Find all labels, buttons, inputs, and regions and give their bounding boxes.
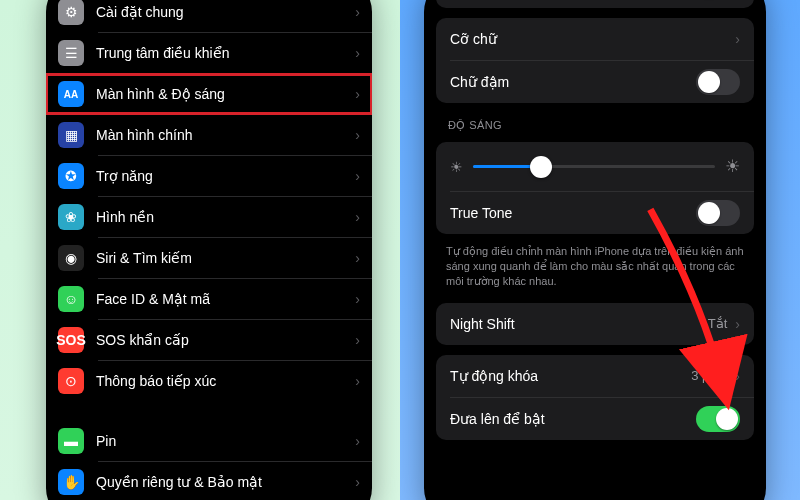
chevron-right-icon: ›: [355, 250, 360, 266]
settings-row-control[interactable]: ☰Trung tâm điều khiển›: [46, 33, 372, 73]
chevron-right-icon: ›: [355, 127, 360, 143]
auto-lock-row[interactable]: Tự động khóa 3 phút ›: [436, 355, 754, 397]
auto-lock-label: Tự động khóa: [450, 368, 691, 384]
left-phone-frame: ⚙Cài đặt chung›☰Trung tâm điều khiển›AAM…: [46, 0, 372, 500]
settings-row-sos[interactable]: SOSSOS khẩn cấp›: [46, 320, 372, 360]
acc-icon: ✪: [58, 163, 84, 189]
row-label: Siri & Tìm kiếm: [96, 250, 347, 266]
bold-text-toggle[interactable]: [696, 69, 740, 95]
settings-row-wall[interactable]: ❀Hình nền›: [46, 197, 372, 237]
sun-small-icon: ☀︎: [450, 159, 463, 175]
chevron-right-icon: ›: [355, 209, 360, 225]
chevron-right-icon: ›: [355, 332, 360, 348]
text-size-row[interactable]: Cỡ chữ ›: [436, 18, 754, 60]
text-size-label: Cỡ chữ: [450, 31, 727, 47]
control-icon: ☰: [58, 40, 84, 66]
wall-icon: ❀: [58, 204, 84, 230]
true-tone-row[interactable]: True Tone: [436, 192, 754, 234]
chevron-right-icon: ›: [355, 168, 360, 184]
siri-icon: ◉: [58, 245, 84, 271]
row-label: Thông báo tiếp xúc: [96, 373, 347, 389]
exp-icon: ⊙: [58, 368, 84, 394]
auto-appearance-row-partial[interactable]: Tự động: [436, 0, 754, 8]
chevron-right-icon: ›: [355, 4, 360, 20]
settings-row-batt[interactable]: ▬Pin›: [46, 421, 372, 461]
settings-row-gear[interactable]: ⚙Cài đặt chung›: [46, 0, 372, 32]
chevron-right-icon: ›: [355, 291, 360, 307]
priv-icon: ✋: [58, 469, 84, 495]
chevron-right-icon: ›: [355, 474, 360, 490]
true-tone-toggle[interactable]: [696, 200, 740, 226]
raise-to-wake-toggle[interactable]: [696, 406, 740, 432]
settings-row-face[interactable]: ☺Face ID & Mật mã›: [46, 279, 372, 319]
night-shift-label: Night Shift: [450, 316, 708, 332]
brightness-slider-row[interactable]: ☀︎ ☀︎: [436, 142, 754, 191]
display-icon: AA: [58, 81, 84, 107]
row-label: Cài đặt chung: [96, 4, 347, 20]
chevron-right-icon: ›: [735, 316, 740, 332]
settings-row-display[interactable]: AAMàn hình & Độ sáng›: [46, 74, 372, 114]
row-label: SOS khẩn cấp: [96, 332, 347, 348]
sos-icon: SOS: [58, 327, 84, 353]
row-label: Màn hình & Độ sáng: [96, 86, 347, 102]
settings-row-exp[interactable]: ⊙Thông báo tiếp xúc›: [46, 361, 372, 401]
batt-icon: ▬: [58, 428, 84, 454]
chevron-right-icon: ›: [355, 433, 360, 449]
row-label: Màn hình chính: [96, 127, 347, 143]
raise-to-wake-label: Đưa lên để bật: [450, 411, 696, 427]
row-label: Quyền riêng tư & Bảo mật: [96, 474, 347, 490]
night-shift-value: Tắt: [708, 316, 728, 331]
settings-row-home[interactable]: ▦Màn hình chính›: [46, 115, 372, 155]
home-icon: ▦: [58, 122, 84, 148]
chevron-right-icon: ›: [735, 368, 740, 384]
row-label: Hình nền: [96, 209, 347, 225]
sun-large-icon: ☀︎: [725, 156, 740, 177]
right-phone-frame: Tự động Cỡ chữ › Chữ đậm ĐỘ SÁNG ☀︎: [424, 0, 766, 500]
settings-row-acc[interactable]: ✪Trợ năng›: [46, 156, 372, 196]
raise-to-wake-row[interactable]: Đưa lên để bật: [436, 398, 754, 440]
true-tone-footnote: Tự động điều chỉnh màn hình iPhone dựa t…: [446, 244, 744, 289]
row-label: Pin: [96, 433, 347, 449]
chevron-right-icon: ›: [355, 373, 360, 389]
chevron-right-icon: ›: [735, 31, 740, 47]
chevron-right-icon: ›: [355, 86, 360, 102]
auto-lock-value: 3 phút: [691, 368, 727, 383]
settings-row-priv[interactable]: ✋Quyền riêng tư & Bảo mật›: [46, 462, 372, 500]
night-shift-row[interactable]: Night Shift Tắt ›: [436, 303, 754, 345]
true-tone-label: True Tone: [450, 205, 696, 221]
row-label: Trợ năng: [96, 168, 347, 184]
brightness-slider[interactable]: [473, 165, 715, 168]
chevron-right-icon: ›: [355, 45, 360, 61]
brightness-section-header: ĐỘ SÁNG: [448, 119, 742, 132]
bold-text-row[interactable]: Chữ đậm: [436, 61, 754, 103]
row-label: Trung tâm điều khiển: [96, 45, 347, 61]
gear-icon: ⚙: [58, 0, 84, 25]
settings-row-siri[interactable]: ◉Siri & Tìm kiếm›: [46, 238, 372, 278]
bold-text-label: Chữ đậm: [450, 74, 696, 90]
settings-list: ⚙Cài đặt chung›☰Trung tâm điều khiển›AAM…: [46, 0, 372, 500]
face-icon: ☺: [58, 286, 84, 312]
row-label: Face ID & Mật mã: [96, 291, 347, 307]
